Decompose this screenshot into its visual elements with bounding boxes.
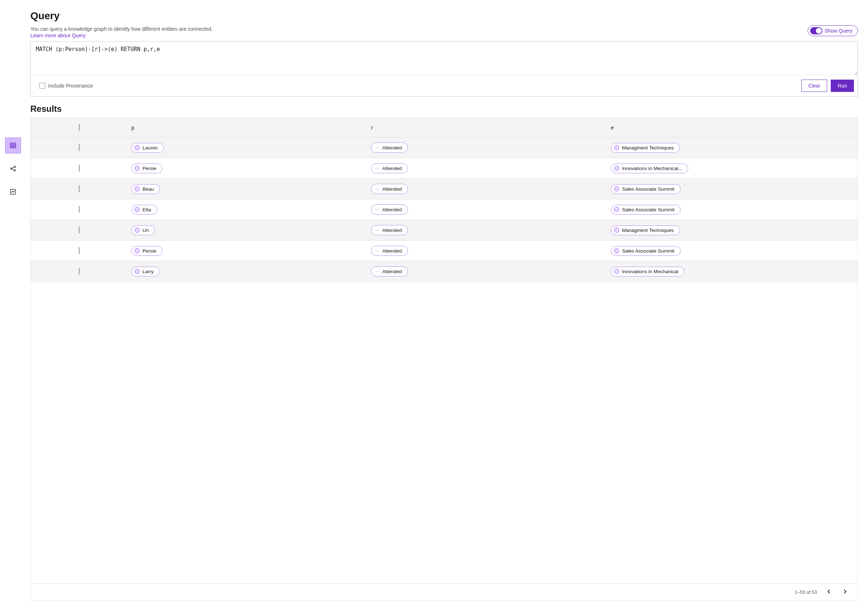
- toggle-icon: [810, 27, 822, 34]
- row-checkbox[interactable]: [79, 185, 79, 192]
- col-header-e[interactable]: e: [607, 118, 847, 137]
- pager-range: 1–53 of 53: [795, 589, 817, 595]
- relation-pill-r[interactable]: →Attended: [371, 266, 408, 276]
- entity-dot-icon: [134, 145, 140, 150]
- table-row: Uri→AttendedManagment Techniques: [31, 220, 857, 241]
- relation-label: Attended: [382, 248, 402, 254]
- arrow-right-icon: →: [374, 227, 379, 233]
- page-title: Query: [30, 10, 858, 22]
- graph-icon: [9, 165, 17, 172]
- entity-pill-p[interactable]: Etta: [131, 205, 157, 215]
- entity-dot-icon: [614, 227, 619, 233]
- entity-dot-icon: [614, 166, 619, 171]
- chevron-left-icon: [827, 589, 831, 594]
- entity-dot-icon: [134, 166, 140, 171]
- entity-label: Sales Associate Summit: [622, 186, 675, 192]
- table-row: Lauren→AttendedManagment Techniques: [31, 137, 857, 158]
- entity-pill-e[interactable]: Managment Techniques: [611, 143, 680, 153]
- row-checkbox[interactable]: [79, 268, 79, 275]
- entity-label: Innovations in Mechanical: [622, 269, 678, 274]
- include-provenance-label: Include Provenance: [48, 83, 93, 88]
- entity-label: Etta: [143, 207, 151, 212]
- relation-pill-r[interactable]: →Attended: [371, 225, 408, 235]
- col-header-r[interactable]: r: [367, 118, 607, 137]
- show-query-toggle[interactable]: Show Query: [808, 25, 858, 36]
- entity-dot-icon: [134, 269, 140, 274]
- entity-dot-icon: [614, 248, 619, 253]
- relation-pill-r[interactable]: →Attended: [371, 163, 408, 173]
- entity-label: Sales Associate Summit: [622, 248, 675, 254]
- relation-pill-r[interactable]: →Attended: [371, 246, 408, 256]
- relation-label: Attended: [382, 269, 402, 274]
- entity-pill-e[interactable]: Sales Associate Summit: [611, 246, 681, 256]
- entity-label: Persie: [143, 248, 156, 254]
- prev-page-button[interactable]: [825, 588, 833, 596]
- entity-dot-icon: [614, 269, 619, 274]
- chevron-right-icon: [843, 589, 847, 594]
- query-editor[interactable]: MATCH (p:Person)-[r]->(e) RETURN p,r,e: [31, 41, 857, 75]
- entity-pill-e[interactable]: Innovations in Mechanical...: [611, 163, 688, 173]
- entity-pill-p[interactable]: Beau: [131, 184, 160, 194]
- relation-label: Attended: [382, 145, 402, 151]
- svg-point-7: [14, 170, 15, 171]
- graph-view-button[interactable]: [5, 161, 21, 177]
- include-provenance-checkbox[interactable]: [40, 83, 45, 88]
- arrow-right-icon: →: [374, 248, 379, 254]
- stats-view-button[interactable]: [5, 184, 21, 200]
- run-button[interactable]: Run: [831, 79, 854, 92]
- row-checkbox[interactable]: [79, 165, 79, 171]
- entity-pill-p[interactable]: Larry: [131, 267, 160, 276]
- results-title: Results: [30, 104, 858, 114]
- row-checkbox[interactable]: [79, 144, 79, 151]
- entity-label: Persie: [143, 166, 156, 171]
- entity-pill-e[interactable]: Sales Associate Summit: [611, 184, 681, 194]
- table-row: Larry→AttendedInnovations in Mechanical: [31, 261, 857, 282]
- next-page-button[interactable]: [841, 588, 849, 596]
- results-table-container: p r e Lauren→AttendedManagment Technique…: [30, 117, 858, 601]
- entity-pill-p[interactable]: Persie: [131, 246, 162, 256]
- relation-label: Attended: [382, 186, 402, 192]
- arrow-right-icon: →: [374, 145, 379, 151]
- table-row: Persie→AttendedInnovations in Mechanical…: [31, 158, 857, 179]
- query-box: MATCH (p:Person)-[r]->(e) RETURN p,r,e I…: [30, 41, 858, 97]
- entity-dot-icon: [134, 186, 140, 191]
- entity-pill-e[interactable]: Sales Associate Summit: [611, 205, 681, 215]
- entity-label: Innovations in Mechanical...: [622, 166, 682, 171]
- entity-label: Sales Associate Summit: [622, 207, 675, 212]
- svg-rect-0: [11, 143, 16, 148]
- relation-label: Attended: [382, 227, 402, 233]
- clear-button[interactable]: Clear: [801, 79, 827, 92]
- entity-label: Larry: [143, 269, 154, 274]
- row-checkbox[interactable]: [79, 206, 79, 213]
- row-checkbox[interactable]: [79, 227, 79, 233]
- relation-pill-r[interactable]: →Attended: [371, 143, 408, 153]
- entity-dot-icon: [614, 186, 619, 191]
- col-header-p[interactable]: p: [128, 118, 367, 137]
- entity-dot-icon: [614, 145, 619, 150]
- entity-label: Managment Techniques: [622, 145, 674, 151]
- entity-pill-p[interactable]: Lauren: [131, 143, 164, 153]
- arrow-right-icon: →: [374, 268, 379, 274]
- show-query-label: Show Query: [825, 28, 853, 34]
- table-view-button[interactable]: [5, 137, 21, 153]
- entity-dot-icon: [134, 227, 140, 233]
- svg-line-9: [12, 169, 14, 170]
- entity-pill-e[interactable]: Managment Techniques: [611, 226, 680, 235]
- row-checkbox[interactable]: [79, 247, 79, 254]
- relation-pill-r[interactable]: →Attended: [371, 204, 408, 215]
- entity-dot-icon: [614, 207, 619, 212]
- entity-pill-e[interactable]: Innovations in Mechanical: [611, 267, 684, 276]
- include-provenance-row[interactable]: Include Provenance: [40, 83, 93, 88]
- entity-pill-p[interactable]: Persie: [131, 163, 162, 173]
- entity-label: Lauren: [143, 145, 158, 151]
- chart-icon: [9, 188, 17, 195]
- table-row: Etta→AttendedSales Associate Summit: [31, 199, 857, 220]
- select-all-checkbox[interactable]: [79, 124, 79, 131]
- entity-pill-p[interactable]: Uri: [131, 226, 155, 235]
- entity-dot-icon: [134, 207, 140, 212]
- arrow-right-icon: →: [374, 207, 379, 212]
- entity-label: Beau: [143, 186, 154, 192]
- arrow-right-icon: →: [374, 186, 379, 192]
- relation-pill-r[interactable]: →Attended: [371, 184, 408, 194]
- relation-label: Attended: [382, 207, 402, 212]
